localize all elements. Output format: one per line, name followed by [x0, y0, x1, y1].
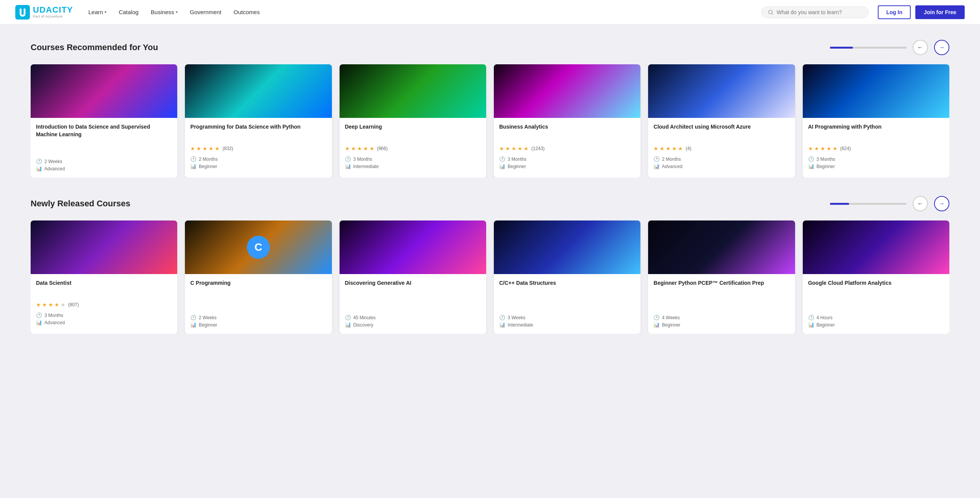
course-card-n1[interactable]: Data Scientist ★★★★★ (807) 🕐 3 Months 📊 … [31, 220, 177, 334]
clock-icon: 🕐 [190, 315, 196, 320]
new-prev-button[interactable]: ← [913, 196, 928, 211]
level-value: Beginner [662, 322, 680, 328]
nav-outcomes[interactable]: Outcomes [234, 9, 260, 15]
course-card-n5[interactable]: Beginner Python PCEP™ Certification Prep… [648, 220, 795, 334]
new-next-button[interactable]: → [934, 196, 949, 211]
card-meta: 🕐 2 Weeks 📊 Beginner [190, 315, 326, 328]
course-card-c4[interactable]: Business Analytics ★★★★★ (1243) 🕐 3 Mont… [494, 64, 640, 178]
logo-name: UDACITY [33, 5, 73, 15]
level-value: Beginner [199, 164, 217, 169]
search-bar[interactable] [761, 7, 869, 18]
duration-meta: 🕐 4 Hours [808, 315, 944, 320]
recommended-prev-button[interactable]: ← [913, 40, 928, 55]
star-full: ★ [351, 145, 356, 152]
course-card-n4[interactable]: C/C++ Data Structures 🕐 3 Weeks 📊 Interm… [494, 220, 640, 334]
recommended-section: Courses Recommended for You ← → Introduc… [31, 40, 949, 178]
course-card-c6[interactable]: AI Programming with Python ★★★★★ (624) 🕐… [803, 64, 949, 178]
review-count: (1243) [531, 146, 545, 151]
card-meta: 🕐 4 Weeks 📊 Beginner [653, 315, 789, 328]
course-card-n6[interactable]: Google Cloud Platform Analytics 🕐 4 Hour… [803, 220, 949, 334]
star-half: ★ [524, 145, 529, 152]
card-meta: 🕐 3 Months 📊 Advanced [36, 312, 172, 325]
star-full: ★ [518, 145, 523, 152]
duration-value: 45 Minutes [353, 315, 376, 320]
level-icon: 📊 [653, 322, 660, 328]
duration-value: 3 Months [44, 313, 63, 318]
star-full: ★ [48, 302, 53, 308]
new-controls: ← → [830, 196, 949, 211]
star-empty: ★ [60, 302, 65, 308]
level-icon: 📊 [36, 166, 42, 171]
level-value: Beginner [817, 322, 835, 328]
card-stars: ★★★★★ (1243) [499, 145, 635, 152]
duration-meta: 🕐 2 Months [653, 156, 789, 162]
nav-learn[interactable]: Learn ▾ [88, 9, 106, 15]
recommended-title: Courses Recommended for You [31, 42, 158, 52]
clock-icon: 🕐 [653, 156, 660, 162]
card-title: AI Programming with Python [808, 123, 944, 142]
section-header-new: Newly Released Courses ← → [31, 196, 949, 211]
card-image-c5 [648, 64, 795, 118]
nav-government[interactable]: Government [190, 9, 222, 15]
level-meta: 📊 Beginner [808, 322, 944, 328]
review-count: (624) [840, 146, 851, 151]
duration-value: 2 Months [662, 157, 681, 162]
course-card-n3[interactable]: Discovering Generative AI 🕐 45 Minutes 📊… [340, 220, 486, 334]
level-meta: 📊 Beginner [190, 163, 326, 169]
card-meta: 🕐 4 Hours 📊 Beginner [808, 315, 944, 328]
card-body: C/C++ Data Structures 🕐 3 Weeks 📊 Interm… [494, 274, 640, 334]
level-meta: 📊 Discovery [345, 322, 481, 328]
review-count: (807) [68, 302, 79, 307]
star-full: ★ [54, 302, 59, 308]
card-meta: 🕐 2 Months 📊 Beginner [190, 156, 326, 169]
recommended-next-button[interactable]: → [934, 40, 949, 55]
course-card-c1[interactable]: Introduction to Data Science and Supervi… [31, 64, 177, 178]
level-icon: 📊 [653, 163, 660, 169]
level-icon: 📊 [190, 163, 196, 169]
clock-icon: 🕐 [36, 158, 42, 164]
nav-business[interactable]: Business ▾ [151, 9, 178, 15]
card-title: Data Scientist [36, 279, 172, 298]
duration-value: 3 Months [508, 157, 526, 162]
card-body: Introduction to Data Science and Supervi… [31, 118, 177, 178]
level-value: Discovery [353, 322, 374, 328]
prev-icon: ← [917, 200, 923, 207]
course-card-c5[interactable]: Cloud Architect using Microsoft Azure ★★… [648, 64, 795, 178]
level-meta: 📊 Beginner [190, 322, 326, 328]
clock-icon: 🕐 [36, 312, 42, 318]
card-body: AI Programming with Python ★★★★★ (624) 🕐… [803, 118, 949, 178]
star-full: ★ [660, 145, 665, 152]
nav-links: Learn ▾ Catalog Business ▾ Government Ou… [88, 9, 761, 15]
star-full: ★ [345, 145, 350, 152]
star-full: ★ [363, 145, 368, 152]
card-body: Cloud Architect using Microsoft Azure ★★… [648, 118, 795, 178]
search-icon [768, 9, 774, 15]
star-full: ★ [190, 145, 195, 152]
card-stars: ★★★★★ (624) [808, 145, 944, 152]
card-title: Introduction to Data Science and Supervi… [36, 123, 172, 142]
card-body: Discovering Generative AI 🕐 45 Minutes 📊… [340, 274, 486, 334]
clock-icon: 🕐 [499, 156, 505, 162]
card-image-c2 [185, 64, 332, 118]
search-input[interactable] [777, 9, 862, 15]
duration-value: 3 Months [817, 157, 835, 162]
star-full: ★ [666, 145, 671, 152]
course-card-c3[interactable]: Deep Learning ★★★★★ (966) 🕐 3 Months 📊 I… [340, 64, 486, 178]
star-full: ★ [808, 145, 813, 152]
card-body: C Programming 🕐 2 Weeks 📊 Beginner [185, 274, 332, 334]
star-full: ★ [505, 145, 510, 152]
nav-catalog[interactable]: Catalog [119, 9, 139, 15]
review-count: (966) [377, 146, 388, 151]
duration-value: 3 Weeks [508, 315, 525, 320]
course-card-n2[interactable]: C C Programming 🕐 2 Weeks 📊 Beginner [185, 220, 332, 334]
card-body: Programming for Data Science with Python… [185, 118, 332, 178]
star-full: ★ [196, 145, 201, 152]
new-progress-fill [830, 203, 849, 205]
login-button[interactable]: Log In [878, 5, 911, 19]
no-stars [808, 302, 944, 310]
join-button[interactable]: Join for Free [915, 5, 965, 19]
course-card-c2[interactable]: Programming for Data Science with Python… [185, 64, 332, 178]
logo[interactable]: UDACITY Part of Accenture [15, 5, 73, 20]
star-half: ★ [215, 145, 220, 152]
level-icon: 📊 [499, 322, 505, 328]
